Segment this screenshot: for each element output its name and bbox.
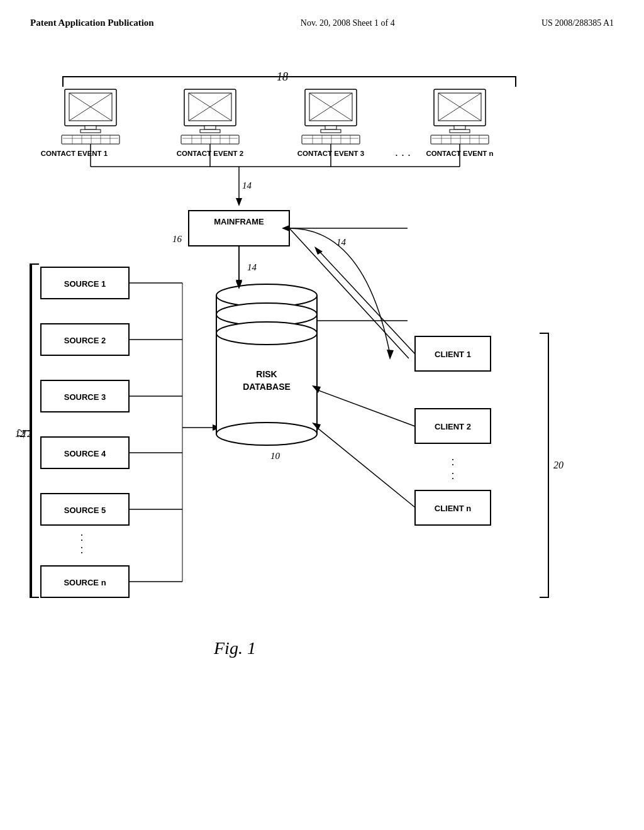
client-2-label: CLIENT 2	[435, 422, 471, 431]
source-5-label: SOURCE 5	[64, 506, 106, 515]
patent-number: US 2008/288385 A1	[541, 18, 614, 28]
svg-point-80	[216, 423, 317, 445]
svg-rect-18	[200, 130, 220, 133]
label-16: 16	[172, 234, 182, 244]
source-n-label: SOURCE n	[64, 578, 106, 587]
label-14-c: 14	[336, 237, 347, 247]
client-1-label: CLIENT 1	[435, 350, 471, 359]
svg-marker-58	[236, 198, 242, 206]
source-4-label: SOURCE 4	[64, 449, 106, 458]
svg-rect-6	[62, 135, 119, 144]
svg-line-83	[319, 252, 415, 354]
svg-rect-19	[181, 135, 239, 144]
db-label-line1: RISK	[256, 369, 277, 379]
client-n-label: CLIENT n	[435, 504, 472, 513]
svg-rect-5	[80, 130, 101, 133]
source-dots: :	[80, 531, 83, 543]
diagram-svg: 18 CONTACT EVENT 1 CONTACT EVENT 2 CONTA…	[0, 50, 644, 817]
svg-rect-17	[204, 126, 216, 130]
mainframe-box	[189, 211, 289, 246]
svg-rect-31	[321, 130, 341, 133]
svg-line-88	[317, 428, 415, 507]
svg-rect-45	[431, 135, 489, 144]
label-14-top: 14	[242, 180, 252, 191]
source-2-label: SOURCE 2	[64, 336, 106, 345]
fig-label: Fig. 1	[213, 638, 256, 658]
page-header: Patent Application Publication Nov. 20, …	[0, 0, 644, 28]
svg-line-86	[317, 390, 415, 426]
svg-rect-4	[85, 126, 96, 130]
label-12: 12	[22, 428, 32, 439]
svg-rect-43	[454, 126, 465, 130]
source-3-label: SOURCE 3	[64, 392, 106, 402]
label-10: 10	[270, 451, 280, 461]
client-dots: :	[451, 455, 454, 468]
source-1-label: SOURCE 1	[64, 279, 106, 289]
dots-label: . . .	[395, 146, 411, 158]
client-dots2: :	[451, 469, 454, 482]
svg-marker-85	[387, 350, 394, 360]
svg-rect-32	[302, 135, 360, 144]
source-dots2: :	[80, 543, 83, 556]
db-label-line2: DATABASE	[243, 382, 291, 392]
publication-date-sheet: Nov. 20, 2008 Sheet 1 of 4	[301, 18, 395, 28]
contact-event-1-label: CONTACT EVENT 1	[41, 150, 108, 157]
svg-point-79	[216, 322, 317, 345]
publication-type: Patent Application Publication	[30, 18, 154, 28]
svg-rect-44	[450, 130, 470, 133]
mainframe-label-line1: MAINFRAME	[214, 217, 264, 226]
label-20: 20	[553, 460, 564, 470]
svg-rect-30	[325, 126, 336, 130]
label-14-b: 14	[247, 262, 257, 272]
